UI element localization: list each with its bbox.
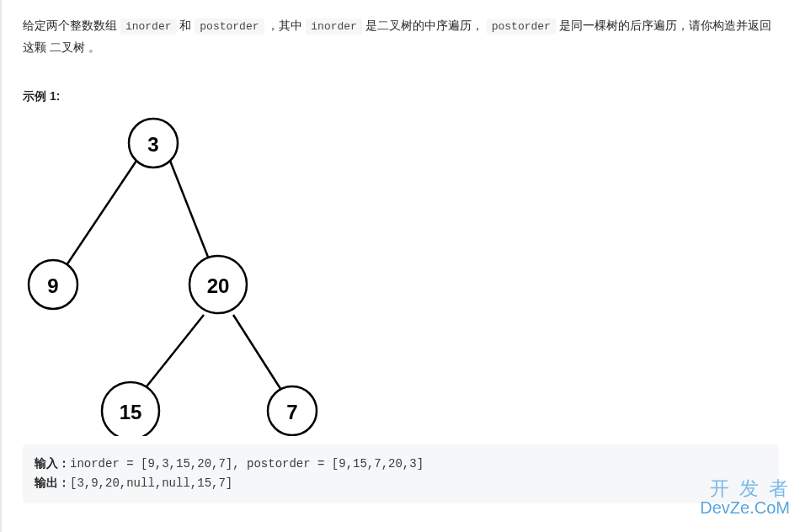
svg-line-1 (170, 161, 212, 268)
code-inorder: inorder (120, 19, 177, 35)
input-line: 输入：inorder = [9,3,15,20,7], postorder = … (35, 455, 767, 474)
input-label: 输入： (35, 457, 70, 471)
svg-line-2 (141, 315, 204, 394)
desc-text: ，其中 (264, 19, 307, 32)
desc-text: 和 (177, 19, 195, 32)
tree-node-right: 20 (207, 274, 230, 297)
code-postorder: postorder (195, 19, 264, 35)
output-value: [3,9,20,null,null,15,7] (70, 476, 232, 490)
binary-tree-diagram: 3 9 20 15 7 (23, 108, 779, 439)
example-io-box: 输入：inorder = [9,3,15,20,7], postorder = … (23, 444, 779, 503)
tree-node-right-right: 7 (286, 401, 297, 423)
tree-node-right-left: 15 (120, 401, 142, 423)
desc-text: 给定两个整数数组 (23, 19, 120, 32)
svg-line-0 (65, 161, 136, 268)
problem-description: 给定两个整数数组 inorder 和 postorder ，其中 inorder… (23, 15, 779, 57)
tree-node-root: 3 (147, 133, 158, 156)
code-inorder-2: inorder (306, 19, 362, 35)
output-line: 输出：[3,9,20,null,null,15,7] (35, 474, 767, 493)
problem-content: 给定两个整数数组 inorder 和 postorder ，其中 inorder… (0, 0, 800, 532)
tree-node-left: 9 (47, 274, 58, 297)
tree-svg: 3 9 20 15 7 (23, 108, 343, 436)
output-label: 输出： (35, 476, 70, 490)
code-postorder-2: postorder (487, 19, 556, 35)
desc-text: 是二叉树的中序遍历， (362, 19, 487, 32)
example-title: 示例 1: (23, 89, 779, 104)
svg-line-3 (233, 315, 284, 394)
input-value: inorder = [9,3,15,20,7], postorder = [9,… (70, 457, 424, 471)
